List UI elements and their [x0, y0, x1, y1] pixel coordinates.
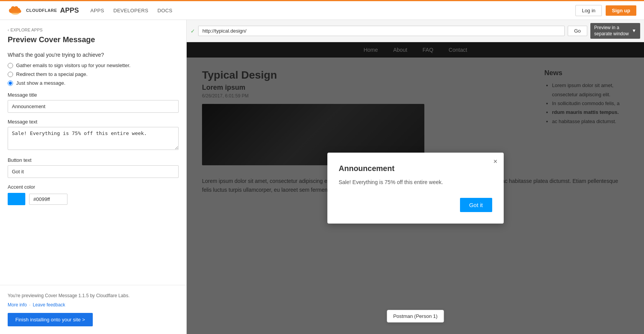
radio-redirect-label: Redirect them to a special page.: [16, 71, 87, 77]
message-text-input[interactable]: Sale! Everything is 75% off this entire …: [8, 127, 179, 150]
modal-close-button[interactable]: ×: [493, 158, 498, 165]
finish-install-button[interactable]: Finish installing onto your site >: [8, 313, 93, 326]
website-preview: Home About FAQ Contact Typical Design Lo…: [187, 42, 644, 334]
message-title-input[interactable]: [8, 100, 179, 113]
dot-separator: ·: [29, 302, 30, 308]
left-panel: ‹ EXPLORE APPS Preview Cover Message Wha…: [0, 20, 187, 334]
go-button[interactable]: Go: [568, 26, 587, 36]
modal-text: Sale! Everything is 75% off this entire …: [339, 178, 492, 186]
cloudflare-logo: CLOUDFLARE: [8, 6, 57, 15]
radio-show-message-label: Just show a message.: [16, 80, 66, 86]
person-tooltip: Postman (Person 1): [387, 310, 444, 322]
app-name-text: Cover Message: [39, 35, 95, 44]
nav-developers[interactable]: DEVELOPERS: [113, 8, 148, 13]
explore-apps-label: EXPLORE APPS: [10, 28, 43, 32]
modal-title: Announcement: [339, 164, 492, 173]
explore-apps-breadcrumb[interactable]: ‹ EXPLORE APPS: [8, 28, 179, 32]
right-panel: ✓ Go Preview in aseparate window ▼ Home …: [187, 20, 644, 334]
leave-feedback-link[interactable]: Leave feedback: [33, 302, 65, 308]
top-navigation: CLOUDFLARE APPS APPS DEVELOPERS DOCS Log…: [0, 0, 644, 20]
nav-auth: Log in Sign up: [575, 5, 636, 16]
main-layout: ‹ EXPLORE APPS Preview Cover Message Wha…: [0, 20, 644, 334]
radio-gather-emails[interactable]: Gather emails to sign visitors up for yo…: [8, 63, 179, 68]
page-title: Preview Cover Message: [8, 35, 179, 44]
radio-redirect-input[interactable]: [8, 72, 13, 77]
nav-links: APPS DEVELOPERS DOCS: [90, 8, 575, 13]
preview-window-button[interactable]: Preview in aseparate window ▼: [590, 23, 640, 39]
accent-color-row: [8, 193, 179, 205]
announcement-modal: × Announcement Sale! Everything is 75% o…: [327, 153, 504, 224]
more-info-link[interactable]: More info: [8, 302, 27, 308]
apps-title: APPS: [60, 7, 79, 15]
button-text-label: Button text: [8, 157, 179, 163]
goal-question: What's the goal you're trying to achieve…: [8, 52, 179, 58]
signup-button[interactable]: Sign up: [606, 5, 636, 16]
cloudflare-text: CLOUDFLARE: [26, 8, 57, 13]
preview-label: Preview: [8, 35, 39, 44]
overlay: × Announcement Sale! Everything is 75% o…: [187, 42, 644, 334]
browser-bar: ✓ Go Preview in aseparate window ▼: [187, 20, 644, 42]
radio-gather-emails-input[interactable]: [8, 63, 13, 68]
color-swatch[interactable]: [8, 193, 25, 205]
accent-color-label: Accent color: [8, 184, 179, 190]
bottom-links: More info · Leave feedback: [8, 302, 179, 308]
modal-got-it-button[interactable]: Got it: [460, 198, 492, 212]
preview-note: You're previewing Cover Message 1.1.5 by…: [8, 293, 179, 298]
left-bottom: You're previewing Cover Message 1.1.5 by…: [0, 285, 186, 334]
nav-docs[interactable]: DOCS: [158, 8, 172, 13]
cloudflare-cloud-icon: [8, 6, 23, 15]
url-check-icon: ✓: [191, 28, 195, 34]
radio-show-message-input[interactable]: [8, 81, 13, 86]
logo-area: CLOUDFLARE APPS: [8, 6, 79, 15]
login-button[interactable]: Log in: [575, 5, 602, 16]
url-input[interactable]: [198, 26, 565, 36]
radio-show-message[interactable]: Just show a message.: [8, 80, 179, 86]
radio-gather-emails-label: Gather emails to sign visitors up for yo…: [16, 63, 130, 68]
message-text-label: Message text: [8, 119, 179, 125]
nav-apps[interactable]: APPS: [90, 8, 104, 13]
preview-window-label: Preview in aseparate window: [594, 25, 629, 37]
color-hex-input[interactable]: [29, 194, 67, 205]
button-text-input[interactable]: [8, 165, 179, 178]
radio-redirect[interactable]: Redirect them to a special page.: [8, 71, 179, 77]
chevron-left-icon: ‹: [8, 28, 9, 32]
preview-window-chevron-icon: ▼: [632, 28, 636, 34]
message-title-label: Message title: [8, 92, 179, 98]
modal-footer: Got it: [339, 198, 492, 212]
left-content: ‹ EXPLORE APPS Preview Cover Message Wha…: [0, 20, 186, 285]
